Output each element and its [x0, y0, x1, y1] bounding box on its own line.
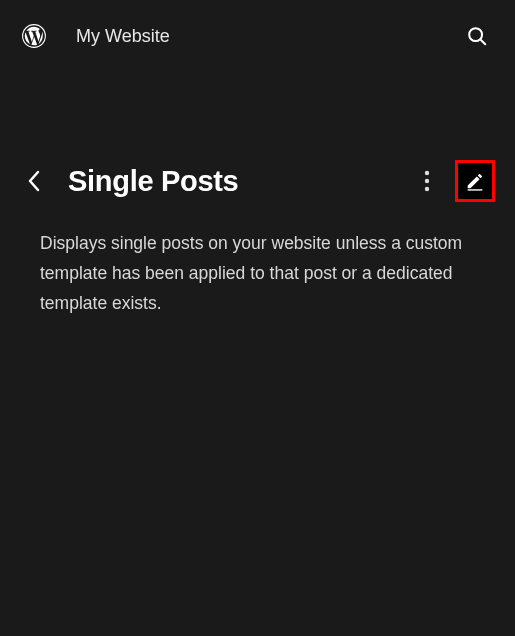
header-actions — [413, 160, 495, 202]
template-description: Displays single posts on your website un… — [0, 202, 515, 318]
pencil-icon — [464, 170, 486, 192]
top-bar: My Website — [0, 0, 515, 72]
site-title[interactable]: My Website — [76, 26, 435, 47]
svg-line-2 — [481, 40, 486, 45]
content-header: Single Posts — [0, 160, 515, 202]
chevron-left-icon — [27, 170, 41, 192]
search-icon — [466, 25, 488, 47]
svg-rect-6 — [468, 189, 483, 190]
svg-point-5 — [425, 187, 429, 191]
svg-point-3 — [425, 171, 429, 175]
search-button[interactable] — [463, 22, 491, 50]
page-title: Single Posts — [68, 165, 393, 198]
more-vertical-icon — [424, 170, 430, 192]
svg-point-4 — [425, 179, 429, 183]
edit-button[interactable] — [455, 160, 495, 202]
wordpress-logo-icon[interactable] — [20, 22, 48, 50]
back-button[interactable] — [20, 167, 48, 195]
more-options-button[interactable] — [413, 167, 441, 195]
